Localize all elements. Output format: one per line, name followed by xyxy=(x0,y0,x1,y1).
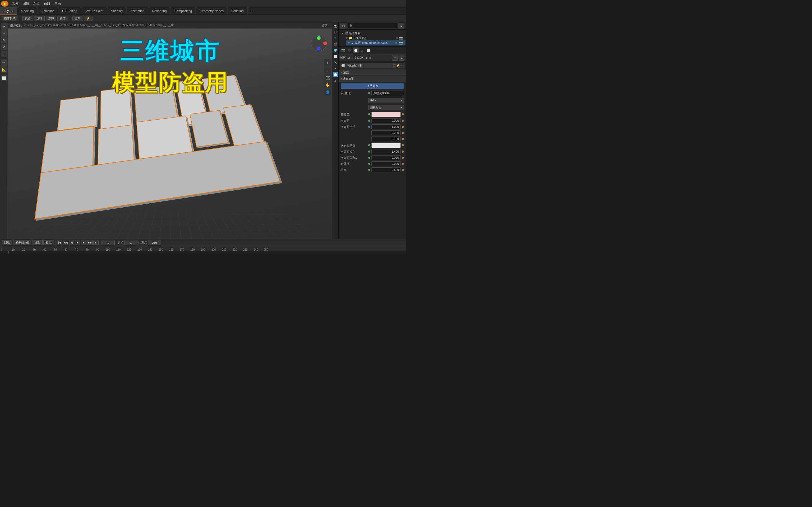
panel-filter-icon[interactable]: ≡ xyxy=(398,23,404,29)
subsurface-color-swatch[interactable] xyxy=(371,143,401,148)
tab-add-button[interactable]: + xyxy=(248,7,255,14)
jump-start-btn[interactable]: |◀ xyxy=(57,240,62,245)
playback-menu[interactable]: 回放 xyxy=(2,240,12,245)
subsurface-r1-value[interactable]: 1.000 xyxy=(371,124,401,129)
material-options-btn[interactable]: ≡ xyxy=(399,55,404,61)
prev-keyframe-btn[interactable]: ◀◀ xyxy=(63,240,68,245)
timeline-playhead[interactable] xyxy=(8,251,8,253)
viewport[interactable]: 用户透视 (1) 城区_osm_9d109e58328cedf938dc3728… xyxy=(8,22,332,239)
surface-section-header[interactable]: ▾ 表(曲)面 xyxy=(339,76,406,82)
tab-rendering[interactable]: Rendering xyxy=(148,7,170,14)
specular-value[interactable]: 0.500 xyxy=(371,167,401,172)
collection-render-icon[interactable]: 📷 xyxy=(399,37,403,40)
scene-search-input[interactable] xyxy=(348,23,397,29)
menu-help[interactable]: 帮助 xyxy=(52,1,63,7)
use-nodes-button[interactable]: 使用节点 xyxy=(341,83,404,89)
props-icon-render[interactable]: 📷 xyxy=(340,48,346,53)
timeline-track[interactable] xyxy=(0,251,406,253)
props-icon-output[interactable]: ⬡ xyxy=(347,48,352,53)
outline-object[interactable]: ▾ ▲ 城区_osm_9d109e58328... 👁 📷 xyxy=(346,40,405,45)
tab-modeling[interactable]: Modeling xyxy=(17,7,38,14)
prev-frame-btn[interactable]: ◀ xyxy=(69,240,74,245)
global-selector[interactable]: 全局 xyxy=(72,15,83,21)
next-frame-btn[interactable]: ▶ xyxy=(81,240,87,245)
viewport-person[interactable]: 👤 xyxy=(324,89,331,96)
rotate-tool[interactable]: ↻ xyxy=(1,37,7,43)
viewport-zoom-out[interactable]: - xyxy=(324,66,331,73)
panel-view-icon[interactable]: ⬡ xyxy=(340,23,347,29)
base-color-swatch[interactable] xyxy=(371,112,401,117)
tab-geometry-nodes[interactable]: Geometry Nodes xyxy=(196,7,227,14)
material-slot[interactable]: Material 3 ☐ ⚡ ✕ xyxy=(340,63,405,68)
subsurface-aniso-value[interactable]: 0.000 xyxy=(371,155,401,160)
collection-visibility-icon[interactable]: 👁 xyxy=(395,37,398,40)
tab-shading[interactable]: Shading xyxy=(107,7,126,14)
add-cube-tool[interactable]: ⬜ xyxy=(1,75,7,81)
outline-scene-collection[interactable]: ▾ 🎬 场景集合 xyxy=(340,31,405,36)
material-browse-icon[interactable]: ⚡ xyxy=(396,64,400,67)
measure-tool[interactable]: 📐 xyxy=(1,66,7,73)
outline-collection[interactable]: ▾ 📁 Collection 👁 📷 xyxy=(344,36,405,40)
preview-section-header[interactable]: ▸ 预览 xyxy=(339,69,406,76)
metallic-value[interactable]: 0.000 xyxy=(371,161,401,166)
select-menu[interactable]: 选择 xyxy=(34,15,45,21)
subsurface-value[interactable]: 0.000 xyxy=(371,118,401,123)
marker-menu[interactable]: 标记 xyxy=(43,240,54,245)
viewport-zoom-in[interactable]: + xyxy=(324,59,331,66)
tab-compositing[interactable]: Compositing xyxy=(171,7,196,14)
annotate-tool[interactable]: ✏ xyxy=(1,59,7,66)
panel-icon-modifiers[interactable]: 🔧 xyxy=(333,60,338,65)
move-tool[interactable]: ↔ xyxy=(1,30,7,37)
start-frame-input[interactable]: 1 xyxy=(124,240,138,245)
material-remove-icon[interactable]: ✕ xyxy=(401,64,403,67)
viewport-hand[interactable]: ✋ xyxy=(324,81,331,88)
panel-icon-scene[interactable]: 🎬 xyxy=(333,42,338,47)
next-keyframe-btn[interactable]: ▶▶ xyxy=(87,240,93,245)
menu-window[interactable]: 窗口 xyxy=(42,1,52,7)
view-menu[interactable]: 视图 xyxy=(22,15,33,21)
object-menu[interactable]: 物体 xyxy=(57,15,68,21)
tab-animation[interactable]: Animation xyxy=(126,7,148,14)
panel-icon-object[interactable]: ⬜ xyxy=(333,54,338,59)
view-menu-timeline[interactable]: 视图 xyxy=(32,240,43,245)
cursor-tool[interactable]: ✛ xyxy=(1,23,7,30)
subsurface-ior-value[interactable]: 1.400 xyxy=(371,149,401,154)
subsurface-r2-value[interactable]: 0.200 xyxy=(371,130,401,135)
props-icon-object[interactable]: ⬜ xyxy=(365,48,371,53)
end-frame-input[interactable]: 250 xyxy=(148,240,161,245)
panel-icon-data[interactable]: ▲ xyxy=(333,78,338,83)
panel-icon-material[interactable]: ⬤ xyxy=(333,72,338,77)
tab-uv-editing[interactable]: UV Editing xyxy=(58,7,81,14)
jump-end-btn[interactable]: ▶| xyxy=(93,240,99,245)
panel-icon-view-layer[interactable]: ≡ xyxy=(333,36,338,41)
menu-edit[interactable]: 编辑 xyxy=(20,1,31,7)
play-btn[interactable]: ▶ xyxy=(75,240,80,245)
panel-icon-render[interactable]: 📷 xyxy=(333,23,338,29)
viewport-nav-gizmo[interactable] xyxy=(308,36,329,57)
tab-texture-paint[interactable]: Texture Paint xyxy=(81,7,107,14)
add-menu[interactable]: 添加 xyxy=(46,15,56,21)
snap-btn[interactable]: ⚡ xyxy=(84,16,93,21)
panel-icon-world[interactable]: 🌍 xyxy=(333,48,338,53)
tab-layout[interactable]: Layout xyxy=(0,7,17,14)
overlay-dropdown[interactable]: 选项 ▾ xyxy=(322,23,330,27)
menu-render[interactable]: 渲染 xyxy=(31,1,42,7)
bsdf-value[interactable]: 原理化BSDF xyxy=(371,91,404,96)
tab-sculpting[interactable]: Sculpting xyxy=(38,7,58,14)
mode-selector[interactable]: 物体模式 xyxy=(2,15,18,21)
subsurface-method-dropdown[interactable]: 随机游走 ▾ xyxy=(368,105,404,110)
object-render-icon[interactable]: 📷 xyxy=(399,41,403,45)
menu-file[interactable]: 文件 xyxy=(10,1,20,7)
scale-tool[interactable]: ⤢ xyxy=(1,44,7,50)
object-visibility-icon[interactable]: 👁 xyxy=(395,41,398,45)
props-icon-data[interactable]: ▲ xyxy=(359,48,365,53)
frame-menu[interactable]: 捕像(插帧) xyxy=(13,240,31,245)
material-add-btn[interactable]: + xyxy=(392,55,398,61)
subsurface-r3-value[interactable]: 0.100 xyxy=(371,136,401,141)
viewport-camera[interactable]: 📷 xyxy=(324,74,331,81)
material-copy-icon[interactable]: ☐ xyxy=(393,64,395,67)
transform-tool[interactable]: ⬡ xyxy=(1,51,7,57)
current-frame-input[interactable]: 1 xyxy=(101,240,115,245)
distribution-dropdown[interactable]: GGX ▾ xyxy=(368,98,404,103)
props-icon-material[interactable]: ⬤ xyxy=(353,48,359,53)
